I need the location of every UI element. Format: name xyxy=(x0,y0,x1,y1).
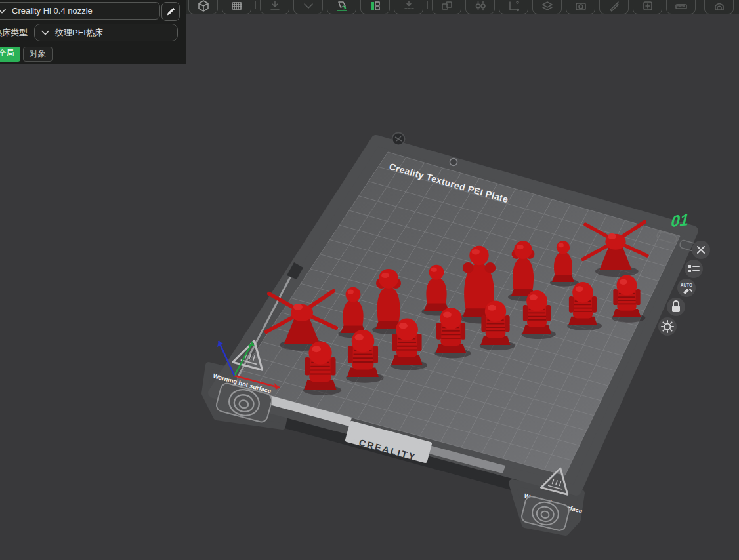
layers-view-button[interactable] xyxy=(532,0,562,14)
auto-repair-button[interactable]: AUTO xyxy=(677,279,696,297)
draw-pen-icon xyxy=(608,0,621,12)
auto-label: AUTO xyxy=(681,283,692,287)
lay-on-face-icon xyxy=(302,0,315,12)
add-primitive-button[interactable] xyxy=(633,0,662,14)
clone-object-button[interactable] xyxy=(432,0,461,14)
plate-settings-button[interactable] xyxy=(658,317,677,336)
pair-settings-button[interactable] xyxy=(465,0,495,14)
view-cube-icon xyxy=(197,0,210,12)
auto-orient-button[interactable] xyxy=(327,0,356,14)
add-support-icon xyxy=(402,0,415,12)
toolbar-separator xyxy=(255,1,256,9)
plate-number: 01 xyxy=(671,210,689,230)
build-plate-icon xyxy=(230,0,243,12)
plate-screw-hole xyxy=(450,159,457,166)
tab-object[interactable]: 对象 xyxy=(23,47,53,62)
drop-to-bed-icon xyxy=(268,0,282,12)
view-cube-button[interactable] xyxy=(188,0,218,14)
build-plate-button[interactable] xyxy=(222,0,251,14)
add-primitive-icon xyxy=(641,0,654,12)
lock-plate-button[interactable] xyxy=(667,298,685,316)
arch-tool-button[interactable] xyxy=(704,0,734,14)
chevron-down-icon xyxy=(41,30,49,35)
ruler-icon xyxy=(675,0,688,12)
arch-tool-icon xyxy=(713,0,726,12)
lay-on-face-button[interactable] xyxy=(293,0,323,14)
auto-arrange-button[interactable] xyxy=(360,0,390,14)
bed-type-label: 热床类型 xyxy=(0,27,32,39)
viewport-3d[interactable]: Creality Textured PEI Plate CREALITY War… xyxy=(0,0,739,560)
bed-type-select[interactable]: 纹理PEI热床 xyxy=(34,24,178,41)
printer-select[interactable]: Creality Hi 0.4 nozzle xyxy=(0,2,160,20)
auto-arrange-icon xyxy=(369,0,382,12)
measure-frame-icon xyxy=(507,0,520,12)
layers-view-icon xyxy=(541,0,554,12)
snapshot-icon xyxy=(574,0,587,12)
measure-frame-button[interactable] xyxy=(499,0,528,14)
toolbar-buttons xyxy=(188,0,734,14)
close-plate-button[interactable] xyxy=(692,241,710,259)
draw-pen-button[interactable] xyxy=(599,0,629,14)
printer-select-value: Creality Hi 0.4 nozzle xyxy=(12,6,93,16)
bed-type-value: 纹理PEI热床 xyxy=(55,27,103,39)
gear-icon xyxy=(662,321,673,332)
snapshot-button[interactable] xyxy=(566,0,595,14)
pair-settings-icon xyxy=(474,0,487,12)
clone-object-icon xyxy=(440,0,454,12)
add-support-button[interactable] xyxy=(394,0,423,14)
scope-tabs: 全局 对象 xyxy=(0,47,53,62)
object-list-button[interactable] xyxy=(685,260,703,278)
tab-global[interactable]: 全局 xyxy=(0,47,20,62)
drop-to-bed-button[interactable] xyxy=(260,0,289,14)
toolbar-separator xyxy=(427,1,428,9)
pencil-icon xyxy=(166,7,175,16)
edit-printer-button[interactable] xyxy=(161,2,180,21)
toolbar-separator xyxy=(700,1,700,9)
printer-panel: Creality Hi 0.4 nozzle 热床类型 纹理PEI热床 全局 对… xyxy=(0,0,186,64)
auto-orient-icon xyxy=(335,0,348,12)
ruler-button[interactable] xyxy=(666,0,696,14)
chevron-down-icon xyxy=(0,9,6,14)
